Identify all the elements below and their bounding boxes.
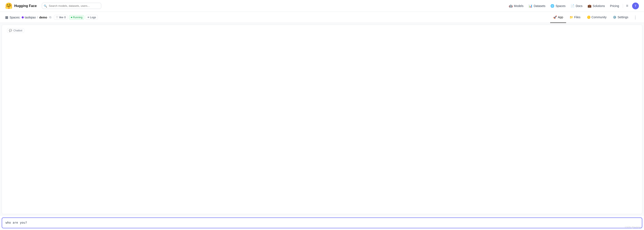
logs-label: Logs [90, 16, 96, 19]
community-tab-icon: 🟡 [587, 16, 590, 19]
like-count: 0 [64, 16, 66, 19]
logo-icon: 🤗 [5, 3, 12, 9]
running-label: Running [73, 16, 82, 19]
nav-label-models: Models [514, 4, 524, 8]
breadcrumb-separator: / [37, 16, 38, 19]
chat-area: 💬 Chatbot [2, 24, 642, 214]
chat-input[interactable] [2, 218, 642, 227]
tab-app[interactable]: 🚀 App [550, 12, 566, 23]
nav-label-datasets: Datasets [534, 4, 545, 8]
nav-label-solutions: Solutions [593, 4, 605, 8]
logs-icon: ≡ [88, 16, 89, 19]
spaces-icon: 🌐 [550, 4, 554, 8]
top-nav: 🤗 Hugging Face 🔍 🤖 Models 📊 Datasets 🌐 S… [0, 0, 644, 12]
tab-files[interactable]: 📁 Files [566, 12, 584, 23]
like-label: like [59, 16, 64, 19]
search-input[interactable] [42, 3, 101, 9]
nav-item-pricing[interactable]: Pricing [608, 3, 621, 9]
copy-button[interactable]: ⧉ [48, 15, 52, 20]
main-content: 💬 Chatbot [0, 23, 644, 230]
breadcrumb: ▦ Spaces: taoliqiao / demo ⧉ [5, 15, 52, 20]
breadcrumb-username: taoliqiao [25, 16, 36, 19]
search-icon: 🔍 [44, 4, 47, 8]
breadcrumb-repo[interactable]: demo [39, 16, 47, 19]
input-area [0, 216, 644, 230]
sub-nav-tabs: 🚀 App 📁 Files 🟡 Community ⚙️ Settings ⋮ [550, 12, 639, 23]
sub-nav: ▦ Spaces: taoliqiao / demo ⧉ ♡ like 0 Ru… [0, 12, 644, 23]
avatar[interactable]: T [632, 2, 639, 9]
heart-icon: ♡ [56, 16, 58, 19]
nav-links: 🤖 Models 📊 Datasets 🌐 Spaces 📄 Docs 💼 So… [507, 2, 639, 9]
nav-item-docs[interactable]: 📄 Docs [568, 3, 584, 9]
chatbot-label: 💬 Chatbot [7, 28, 24, 33]
running-dot-icon [71, 17, 72, 18]
more-options-button[interactable]: ⋮ [632, 14, 639, 20]
settings-tab-icon: ⚙️ [613, 16, 616, 19]
tab-files-label: Files [574, 16, 580, 19]
spaces-grid-icon: ▦ [5, 15, 8, 19]
logo-text: Hugging Face [14, 4, 37, 8]
running-badge: Running [69, 15, 84, 20]
files-tab-icon: 📁 [570, 16, 573, 19]
nav-item-solutions[interactable]: 💼 Solutions [586, 3, 607, 9]
nav-label-pricing: Pricing [610, 4, 619, 8]
tab-settings[interactable]: ⚙️ Settings [610, 12, 631, 23]
datasets-icon: 📊 [528, 4, 532, 8]
like-button[interactable]: ♡ like 0 [54, 15, 68, 20]
tab-community-label: Community [592, 16, 607, 19]
tab-app-label: App [558, 16, 563, 19]
nav-item-models[interactable]: 🤖 Models [507, 3, 526, 9]
chat-input-wrapper [2, 218, 642, 228]
nav-label-spaces: Spaces [556, 4, 566, 8]
breadcrumb-user[interactable]: taoliqiao [22, 16, 36, 19]
chat-icon: 💬 [9, 29, 12, 32]
logs-button[interactable]: ≡ Logs [86, 15, 98, 20]
tab-settings-label: Settings [618, 16, 628, 19]
logo[interactable]: 🤗 Hugging Face [5, 3, 37, 9]
nav-label-docs: Docs [576, 4, 582, 8]
nav-divider [623, 4, 623, 8]
nav-item-datasets[interactable]: 📊 Datasets [526, 3, 548, 9]
docs-icon: 📄 [570, 4, 574, 8]
user-dot-icon [22, 16, 24, 18]
nav-item-spaces[interactable]: 🌐 Spaces [548, 3, 568, 9]
app-tab-icon: 🚀 [553, 16, 557, 19]
spaces-label: ▦ Spaces: [5, 15, 20, 19]
search-box: 🔍 [42, 3, 101, 9]
hamburger-menu-button[interactable]: ≡ [625, 2, 630, 9]
models-icon: 🤖 [509, 4, 513, 8]
solutions-icon: 💼 [588, 4, 592, 8]
tab-community[interactable]: 🟡 Community [584, 12, 610, 23]
watermark: CSDN @taoliqiao [625, 226, 642, 228]
